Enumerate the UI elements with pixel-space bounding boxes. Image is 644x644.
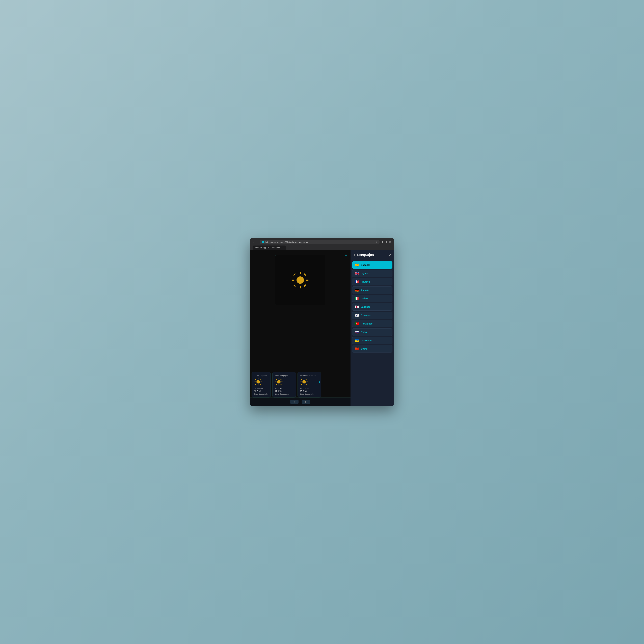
svg-rect-8 xyxy=(304,284,306,287)
svg-rect-23 xyxy=(276,379,277,380)
flag-ucraniano: 🇺🇦 xyxy=(355,339,359,342)
lang-name-portugués: Portugués xyxy=(361,322,372,325)
flag-francés: 🇫🇷 xyxy=(355,280,359,283)
flag-alemán: 🇩🇪 xyxy=(355,288,359,292)
svg-point-27 xyxy=(302,380,306,384)
card-wind: 17.17 km/h xyxy=(300,388,318,390)
svg-rect-1 xyxy=(300,272,301,274)
svg-point-9 xyxy=(256,380,260,384)
flag-italiano: 🇮🇹 xyxy=(355,297,359,300)
svg-rect-15 xyxy=(260,379,261,380)
svg-rect-12 xyxy=(254,382,256,382)
language-item-francés[interactable]: 🇫🇷 Francés xyxy=(352,278,392,285)
lang-name-chino: Chino xyxy=(361,347,368,350)
flag-español: 🇪🇸 xyxy=(355,263,359,267)
flag-coreano: 🇰🇷 xyxy=(355,314,359,317)
svg-rect-20 xyxy=(279,384,279,386)
back-button[interactable]: ‹ xyxy=(253,240,255,244)
extensions-button[interactable]: ⊞ xyxy=(389,240,391,244)
browser-tab-bar: weather-app-2024-albanesi.web.app xyxy=(253,246,391,250)
svg-point-0 xyxy=(297,276,304,284)
card-temp: 15.9 °C xyxy=(300,390,318,392)
lang-name-ruso: Ruso xyxy=(361,331,367,333)
panel-header: ‹ Lenguajes ✕ xyxy=(351,250,394,259)
language-item-japonés[interactable]: 🇯🇵 Japonés xyxy=(352,303,392,311)
panel-back-button[interactable]: ‹ xyxy=(353,253,356,257)
weather-app: ≡ xyxy=(250,250,351,406)
svg-rect-30 xyxy=(300,382,302,382)
language-item-alemán[interactable]: 🇩🇪 Alemán xyxy=(352,286,392,294)
svg-rect-29 xyxy=(304,384,304,386)
new-tab-button[interactable]: + xyxy=(386,240,387,244)
svg-rect-34 xyxy=(301,384,302,385)
lang-name-francés: Francés xyxy=(361,280,370,283)
prev-button[interactable]: ◀ xyxy=(290,400,299,404)
language-item-portugués[interactable]: 🇵🇹 Portugués xyxy=(352,320,392,327)
svg-rect-2 xyxy=(300,286,301,288)
svg-rect-25 xyxy=(276,384,277,385)
flag-japonés: 🇯🇵 xyxy=(355,305,359,309)
svg-rect-28 xyxy=(304,378,304,380)
language-item-chino[interactable]: 🇨🇳 Chino xyxy=(352,345,392,353)
language-item-italiano[interactable]: 🇮🇹 Italiano xyxy=(352,295,392,302)
card-sun-icon xyxy=(300,378,308,386)
lang-name-alemán: Alemán xyxy=(361,289,369,291)
svg-rect-5 xyxy=(293,273,296,276)
svg-rect-33 xyxy=(306,379,307,380)
svg-rect-31 xyxy=(306,382,308,382)
card-sky: Cielo Despejado. xyxy=(254,393,268,395)
site-icon xyxy=(262,241,264,243)
browser-window: ‹ › https://weather-app-2024-albanesi.we… xyxy=(250,238,394,406)
sun-icon xyxy=(291,271,309,289)
svg-rect-14 xyxy=(255,379,256,380)
browser-actions: ⬆ + ⊞ xyxy=(382,240,391,244)
weather-card: 00 PM | April 23 21.24 km/h 18.3 °C xyxy=(252,372,271,397)
lang-name-ucraniano: Ucraniano xyxy=(361,339,372,342)
lang-name-japonés: Japonés xyxy=(361,306,370,308)
reload-button[interactable]: ↻ xyxy=(375,241,378,243)
svg-rect-22 xyxy=(281,382,283,382)
svg-rect-4 xyxy=(306,280,309,281)
svg-point-18 xyxy=(277,380,281,384)
card-temp: 17.6 °C xyxy=(275,390,293,392)
svg-rect-26 xyxy=(280,384,282,385)
bottom-bar: ◀ ▶ xyxy=(250,397,351,406)
card-sky: Cielo Despejado. xyxy=(275,393,293,395)
active-tab[interactable]: weather-app-2024-albanesi.web.app xyxy=(253,246,286,250)
language-item-coreano[interactable]: 🇰🇷 Coreano xyxy=(352,312,392,319)
weather-card: 17:00 PM | April 23 20.38 km/h 17.6 °C xyxy=(272,372,296,397)
language-item-ucraniano[interactable]: 🇺🇦 Ucraniano xyxy=(352,337,392,344)
flag-inglés: 🇬🇧 xyxy=(355,272,359,275)
menu-icon[interactable]: ≡ xyxy=(345,253,347,258)
lang-name-español: Español xyxy=(361,264,370,266)
weather-cards-area: 00 PM | April 23 21.24 km/h 18.3 °C xyxy=(250,372,351,397)
share-button[interactable]: ⬆ xyxy=(382,240,384,244)
nav-buttons: ‹ › xyxy=(253,240,258,244)
browser-chrome: ‹ › https://weather-app-2024-albanesi.we… xyxy=(250,238,394,250)
svg-rect-17 xyxy=(260,384,261,385)
svg-rect-10 xyxy=(258,378,258,380)
sun-container xyxy=(275,255,325,305)
flag-portugués: 🇵🇹 xyxy=(355,322,359,325)
svg-rect-35 xyxy=(306,384,307,385)
forward-button[interactable]: › xyxy=(256,240,258,244)
card-wind: 20.38 km/h xyxy=(275,388,293,390)
next-arrow[interactable]: › xyxy=(319,379,320,384)
language-item-inglés[interactable]: 🇬🇧 Inglés xyxy=(352,270,392,277)
address-bar[interactable]: https://weather-app-2024-albanesi.web.ap… xyxy=(260,240,380,244)
svg-rect-6 xyxy=(304,273,306,276)
svg-rect-3 xyxy=(292,280,294,281)
url-text: https://weather-app-2024-albanesi.web.ap… xyxy=(265,241,374,243)
card-wind: 21.24 km/h xyxy=(254,388,268,390)
next-button[interactable]: ▶ xyxy=(302,400,310,404)
panel-close-button[interactable]: ✕ xyxy=(389,253,391,257)
language-item-ruso[interactable]: 🇷🇺 Ruso xyxy=(352,328,392,336)
language-item-español[interactable]: 🇪🇸 Español xyxy=(352,261,392,269)
card-temp: 18.3 °C xyxy=(254,390,268,392)
card-sun-icon xyxy=(254,378,262,386)
language-panel: ‹ Lenguajes ✕ 🇪🇸 Español 🇬🇧 Inglés 🇫🇷 Fr… xyxy=(351,250,394,406)
lang-name-italiano: Italiano xyxy=(361,297,369,300)
flag-ruso: 🇷🇺 xyxy=(355,330,359,334)
browser-content: ≡ xyxy=(250,250,394,406)
card-sky: Cielo Despejado. xyxy=(300,393,318,395)
